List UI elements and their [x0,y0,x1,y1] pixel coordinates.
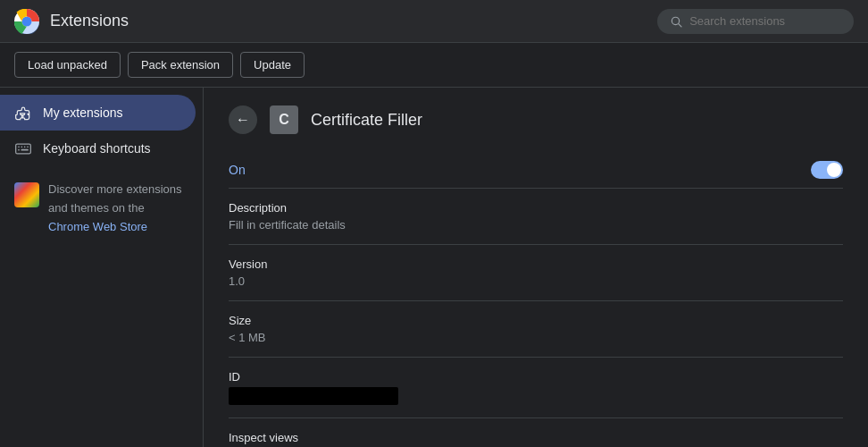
svg-line-3 [679,23,681,26]
enable-toggle[interactable] [811,161,843,179]
chrome-webstore-icon [14,182,39,207]
id-label: ID [229,370,843,384]
search-input[interactable] [689,14,841,28]
version-row: Version 1.0 [229,245,843,301]
svg-rect-4 [16,144,31,154]
back-button[interactable]: ← [229,105,257,134]
chrome-logo [14,9,39,34]
pack-extension-button[interactable]: Pack extension [128,52,233,78]
id-value-redacted [229,387,398,405]
version-label: Version [229,257,843,271]
version-value: 1.0 [229,274,843,288]
description-label: Description [229,201,843,215]
description-value: Fill in certificate details [229,218,843,232]
description-row: Description Fill in certificate details [229,189,843,245]
inspect-views-label: Inspect views [229,431,843,444]
header: Extensions [0,0,868,43]
sidebar-item-my-extensions-label: My extensions [43,105,122,120]
extension-header: ← C Certificate Filler [229,105,843,134]
on-row: On [229,152,843,189]
sidebar-item-keyboard-shortcuts-label: Keyboard shortcuts [43,141,151,156]
on-label: On [229,163,246,177]
content-area: ← C Certificate Filler On Description Fi… [204,88,868,447]
discover-text: Discover more extensions and themes on t… [48,181,188,236]
inspect-views-row: Inspect views • service worker (Inactive… [229,418,843,447]
extension-icon: C [270,105,298,134]
load-unpacked-button[interactable]: Load unpacked [14,52,121,78]
search-icon [670,14,682,29]
keyboard-icon [14,139,32,157]
toggle-knob [827,163,841,177]
sidebar-discover: Discover more extensions and themes on t… [0,166,203,250]
back-icon: ← [236,112,250,128]
svg-point-1 [22,16,32,26]
search-box[interactable] [657,9,854,34]
size-label: Size [229,314,843,327]
sidebar-item-keyboard-shortcuts[interactable]: Keyboard shortcuts [0,131,196,166]
chrome-web-store-link[interactable]: Chrome Web Store [48,220,147,233]
size-value: < 1 MB [229,331,843,344]
toolbar: Load unpacked Pack extension Update [0,43,868,88]
id-row: ID [229,358,843,418]
puzzle-icon [14,104,32,122]
page-title: Extensions [50,12,129,30]
main-layout: My extensions Keyboard shortcuts Discove… [0,88,868,447]
sidebar-item-my-extensions[interactable]: My extensions [0,95,196,131]
update-button[interactable]: Update [240,52,305,78]
extension-title: Certificate Filler [311,111,422,130]
sidebar: My extensions Keyboard shortcuts Discove… [0,88,204,447]
size-row: Size < 1 MB [229,301,843,358]
